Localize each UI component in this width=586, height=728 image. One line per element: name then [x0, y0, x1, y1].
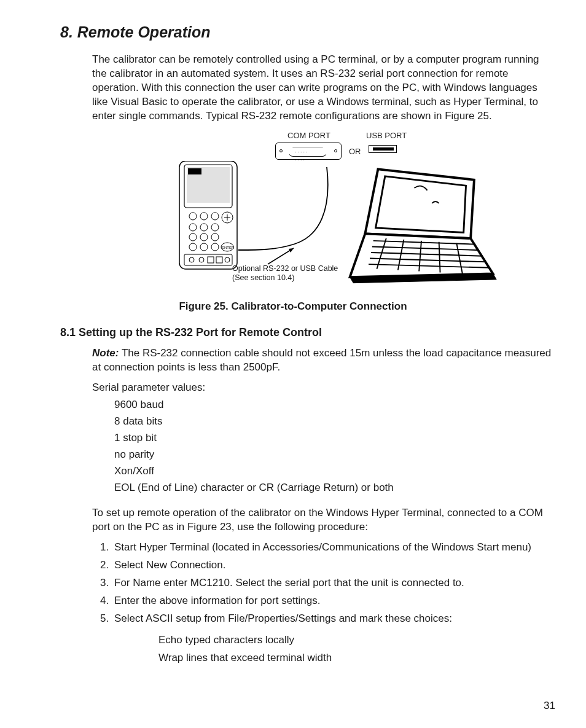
step-item: Start Hyper Terminal (located in Accesso…: [112, 541, 543, 555]
step-item: Select New Connection.: [112, 558, 543, 573]
step-text: Select ASCII setup from File/Properties/…: [114, 613, 452, 624]
substep-item: Wrap lines that exceed terminal width: [156, 651, 543, 665]
param-item: Xon/Xoff: [114, 464, 553, 479]
laptop-icon: [344, 162, 499, 291]
section-title: 8. Remote Operation: [33, 22, 553, 43]
substep-item: Echo typed characters locally: [156, 633, 543, 648]
params-list: 9600 baud 8 data bits 1 stop bit no pari…: [33, 398, 553, 495]
param-item: no parity: [114, 448, 553, 462]
page-number: 31: [544, 699, 555, 713]
steps-list: Start Hyper Terminal (located in Accesso…: [33, 541, 553, 665]
substeps-list: Echo typed characters locally Wrap lines…: [114, 626, 543, 665]
note-text: The RS-232 connection cable should not e…: [92, 347, 551, 373]
param-item: EOL (End of Line) character or CR (Carri…: [114, 481, 553, 495]
params-label: Serial parameter values:: [33, 381, 553, 395]
param-item: 1 stop bit: [114, 431, 553, 445]
step-item: Enter the above information for port set…: [112, 594, 543, 608]
subsection-title: 8.1 Setting up the RS-232 Port for Remot…: [33, 325, 553, 340]
step-item: Select ASCII setup from File/Properties/…: [112, 612, 543, 665]
param-item: 9600 baud: [114, 398, 553, 412]
intro-paragraph: The calibrator can be remotely controlle…: [33, 53, 553, 123]
step-item: For Name enter MC1210. Select the serial…: [112, 576, 543, 590]
figure-caption: Figure 25. Calibrator-to-Computer Connec…: [33, 300, 553, 314]
note-label: Note:: [92, 347, 119, 359]
param-item: 8 data bits: [114, 415, 553, 429]
note-block: Note: The RS-232 connection cable should…: [33, 346, 553, 375]
cable-note: Optional RS-232 or USB Cable (See sectio…: [232, 264, 338, 283]
figure-25: COM PORT USB PORT OR ········· ENTER: [166, 130, 510, 295]
procedure-intro: To set up remote operation of the calibr…: [33, 506, 553, 534]
